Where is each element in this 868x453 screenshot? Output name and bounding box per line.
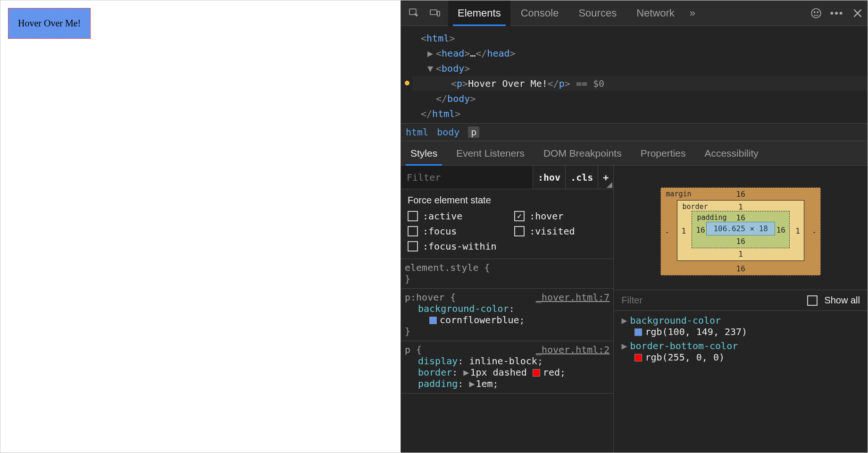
computed-filter-row: Show all [614,290,868,311]
devtools-topbar: Elements Console Sources Network » ••• [401,0,868,26]
bm-margin-left: - [665,227,669,236]
computed-property[interactable]: ▶border-bottom-colorrgb(255, 0, 0) [621,340,860,363]
bm-padding-left: 16 [696,225,705,234]
force-element-state: Force element state :active:hover:focus:… [401,189,613,259]
svg-point-4 [814,11,815,12]
tab-sources[interactable]: Sources [569,0,626,26]
bm-margin-top: 16 [736,190,745,199]
subtab-event-listeners[interactable]: Event Listeners [447,141,534,166]
rendered-page-pane: Hover Over Me! [0,0,401,453]
computed-filter-input[interactable] [621,295,801,306]
svg-point-3 [811,8,821,18]
devtools-panel: Elements Console Sources Network » ••• <… [401,0,868,453]
checkbox-icon[interactable] [408,226,418,236]
styles-filter-row: :hov .cls + [401,166,613,189]
rule-source-link[interactable]: _hover.html:7 [536,292,610,303]
checkbox-icon[interactable] [408,211,418,221]
dom-line[interactable]: <p>Hover Over Me!</p> == $0 [412,76,868,91]
box-model[interactable]: margin 16 - 16 - border 1 1 1 1 paddin [614,166,868,290]
smiley-icon[interactable] [810,7,822,19]
subtab-dom-breakpoints[interactable]: DOM Breakpoints [534,141,631,166]
tab-elements[interactable]: Elements [448,0,510,26]
dom-line[interactable]: </body> [412,91,868,106]
close-icon[interactable] [851,7,864,19]
style-rule[interactable]: p:hover {_hover.html:7background-color: … [401,289,613,341]
checkbox-icon[interactable] [514,226,525,236]
bm-margin-right: - [812,227,817,236]
hov-toggle[interactable]: :hov [533,166,565,189]
crumb-body[interactable]: body [437,126,459,138]
crumb-p[interactable]: p [468,126,479,138]
state-focus[interactable]: :focus [408,226,500,237]
bm-content: 106.625 × 18 [706,222,775,235]
new-style-rule-button[interactable]: + [598,166,613,189]
bm-border-top: 1 [738,202,743,211]
svg-rect-1 [430,10,437,15]
computed-property[interactable]: ▶background-colorrgb(100, 149, 237) [621,315,860,337]
state-visited[interactable]: :visited [514,226,607,237]
dom-tree[interactable]: <html>▶<head>…</head>▼<body><p>Hover Ove… [401,26,868,123]
devtools-tabstrip: Elements Console Sources Network » [448,0,700,26]
subtab-accessibility[interactable]: Accessibility [695,141,768,166]
bm-border-left: 1 [681,226,686,235]
tab-console[interactable]: Console [511,0,568,26]
inspect-element-icon[interactable] [405,4,424,23]
style-rule[interactable]: element.style {} [401,259,613,289]
tab-more[interactable]: » [685,0,700,26]
cls-toggle[interactable]: .cls [565,166,598,189]
breadcrumb[interactable]: html body p [401,123,868,141]
checkbox-icon[interactable] [514,211,525,221]
bm-margin-label: margin [666,190,691,198]
bm-border-bottom: 1 [738,250,743,259]
svg-rect-2 [437,11,440,16]
style-rule[interactable]: p {_hover.html:2display: inline-block;bo… [401,341,613,394]
dom-line[interactable]: </html> [412,106,868,121]
state-hover[interactable]: :hover [514,210,607,222]
state-label: :hover [529,210,563,222]
computed-column: margin 16 - 16 - border 1 1 1 1 paddin [614,166,868,453]
show-all-checkbox[interactable] [807,295,818,306]
force-state-title: Force element state [408,195,607,206]
bm-padding-label: padding [697,213,726,222]
state-focus-within[interactable]: :focus-within [408,241,500,252]
bm-margin-bottom: 16 [736,264,745,273]
dom-line[interactable]: ▶<head>…</head> [412,46,868,61]
checkbox-icon[interactable] [408,241,418,252]
bm-padding-top: 16 [736,213,745,222]
kebab-icon[interactable]: ••• [831,7,843,19]
bm-padding-bottom: 16 [736,237,745,246]
dom-line[interactable]: ▼<body> [412,61,868,76]
styles-filter-input[interactable] [401,166,533,189]
crumb-html[interactable]: html [406,126,428,138]
device-toolbar-icon[interactable] [426,4,444,23]
tab-network[interactable]: Network [627,0,684,26]
state-label: :focus [423,226,457,237]
state-label: :visited [529,226,575,237]
subtab-styles[interactable]: Styles [401,141,447,166]
svg-point-5 [817,11,818,12]
styles-subtabs: Styles Event Listeners DOM Breakpoints P… [401,141,868,166]
show-all-label: Show all [824,295,860,306]
demo-paragraph[interactable]: Hover Over Me! [8,8,91,39]
rule-source-link[interactable]: _hover.html:2 [536,344,610,355]
subtab-properties[interactable]: Properties [631,141,695,166]
state-label: :active [423,210,462,222]
dom-line[interactable]: <html> [412,31,868,46]
style-rules[interactable]: element.style {}p:hover {_hover.html:7ba… [401,259,613,453]
bm-border-label: border [682,202,708,211]
bm-padding-right: 16 [776,225,785,234]
state-active[interactable]: :active [408,210,500,222]
state-label: :focus-within [423,241,497,252]
bm-border-right: 1 [795,226,800,235]
styles-column: :hov .cls + Force element state :active:… [401,166,614,453]
computed-properties[interactable]: ▶background-colorrgb(100, 149, 237)▶bord… [614,311,868,453]
